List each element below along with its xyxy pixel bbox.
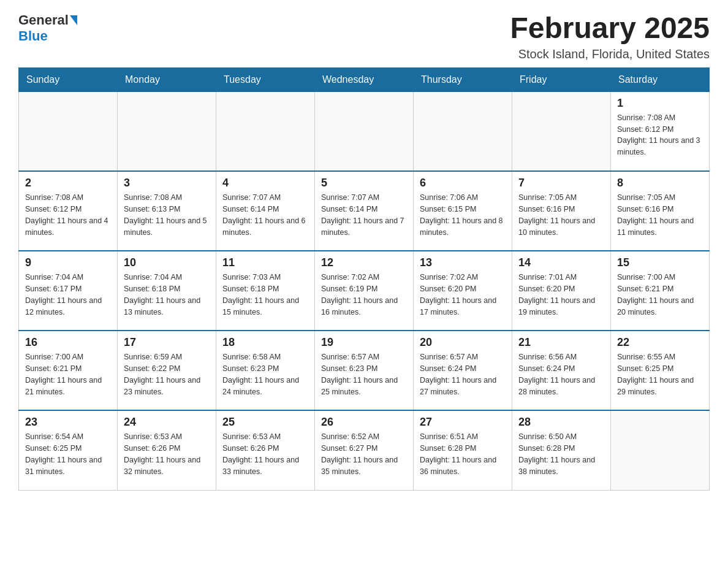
calendar-cell-w4-d4: 19Sunrise: 6:57 AMSunset: 6:23 PMDayligh…: [315, 331, 414, 410]
calendar-week-1: 1Sunrise: 7:08 AMSunset: 6:12 PMDaylight…: [19, 91, 710, 171]
day-info: Sunrise: 6:53 AMSunset: 6:26 PMDaylight:…: [124, 431, 210, 477]
day-number: 10: [124, 256, 210, 269]
day-number: 19: [321, 336, 407, 349]
calendar-cell-w5-d5: 27Sunrise: 6:51 AMSunset: 6:28 PMDayligh…: [414, 410, 512, 490]
calendar-header-row: Sunday Monday Tuesday Wednesday Thursday…: [19, 67, 710, 91]
day-info: Sunrise: 7:02 AMSunset: 6:19 PMDaylight:…: [321, 272, 407, 318]
calendar-cell-w1-d1: [19, 91, 118, 171]
day-number: 1: [617, 97, 703, 110]
col-monday: Monday: [118, 67, 216, 91]
calendar-cell-w2-d4: 5Sunrise: 7:07 AMSunset: 6:14 PMDaylight…: [315, 171, 414, 251]
day-number: 6: [420, 177, 506, 190]
day-number: 18: [222, 336, 308, 349]
day-info: Sunrise: 7:03 AMSunset: 6:18 PMDaylight:…: [222, 272, 308, 318]
day-number: 16: [25, 336, 111, 349]
calendar-cell-w3-d3: 11Sunrise: 7:03 AMSunset: 6:18 PMDayligh…: [216, 251, 315, 331]
day-number: 27: [420, 416, 506, 429]
calendar-week-2: 2Sunrise: 7:08 AMSunset: 6:12 PMDaylight…: [19, 171, 710, 251]
day-number: 24: [124, 416, 210, 429]
calendar-cell-w2-d7: 8Sunrise: 7:05 AMSunset: 6:16 PMDaylight…: [611, 171, 710, 251]
calendar-cell-w2-d3: 4Sunrise: 7:07 AMSunset: 6:14 PMDaylight…: [216, 171, 315, 251]
day-info: Sunrise: 6:51 AMSunset: 6:28 PMDaylight:…: [420, 431, 506, 477]
calendar-cell-w1-d5: [414, 91, 512, 171]
calendar-cell-w3-d4: 12Sunrise: 7:02 AMSunset: 6:19 PMDayligh…: [315, 251, 414, 331]
day-number: 2: [25, 177, 111, 190]
day-info: Sunrise: 7:08 AMSunset: 6:12 PMDaylight:…: [25, 192, 111, 238]
day-info: Sunrise: 7:07 AMSunset: 6:14 PMDaylight:…: [321, 192, 407, 238]
logo-blue-text: Blue: [18, 28, 48, 44]
calendar-table: Sunday Monday Tuesday Wednesday Thursday…: [18, 67, 710, 491]
day-number: 28: [518, 416, 604, 429]
day-info: Sunrise: 6:58 AMSunset: 6:23 PMDaylight:…: [222, 351, 308, 397]
col-friday: Friday: [512, 67, 611, 91]
day-number: 12: [321, 256, 407, 269]
calendar-cell-w1-d4: [315, 91, 414, 171]
day-number: 11: [222, 256, 308, 269]
day-number: 4: [222, 177, 308, 190]
day-number: 8: [617, 177, 703, 190]
page-header: General Blue February 2025 Stock Island,…: [18, 12, 710, 61]
day-info: Sunrise: 7:04 AMSunset: 6:17 PMDaylight:…: [25, 272, 111, 318]
calendar-cell-w5-d6: 28Sunrise: 6:50 AMSunset: 6:28 PMDayligh…: [512, 410, 611, 490]
calendar-cell-w5-d7: [611, 410, 710, 490]
day-number: 26: [321, 416, 407, 429]
day-number: 3: [124, 177, 210, 190]
calendar-cell-w5-d4: 26Sunrise: 6:52 AMSunset: 6:27 PMDayligh…: [315, 410, 414, 490]
calendar-week-5: 23Sunrise: 6:54 AMSunset: 6:25 PMDayligh…: [19, 410, 710, 490]
calendar-cell-w3-d5: 13Sunrise: 7:02 AMSunset: 6:20 PMDayligh…: [414, 251, 512, 331]
day-info: Sunrise: 6:59 AMSunset: 6:22 PMDaylight:…: [124, 351, 210, 397]
day-info: Sunrise: 6:55 AMSunset: 6:25 PMDaylight:…: [617, 351, 703, 397]
calendar-cell-w2-d6: 7Sunrise: 7:05 AMSunset: 6:16 PMDaylight…: [512, 171, 611, 251]
calendar-cell-w4-d5: 20Sunrise: 6:57 AMSunset: 6:24 PMDayligh…: [414, 331, 512, 410]
calendar-cell-w5-d1: 23Sunrise: 6:54 AMSunset: 6:25 PMDayligh…: [19, 410, 118, 490]
day-info: Sunrise: 7:05 AMSunset: 6:16 PMDaylight:…: [617, 192, 703, 238]
day-info: Sunrise: 6:57 AMSunset: 6:23 PMDaylight:…: [321, 351, 407, 397]
day-number: 25: [222, 416, 308, 429]
calendar-cell-w3-d7: 15Sunrise: 7:00 AMSunset: 6:21 PMDayligh…: [611, 251, 710, 331]
day-info: Sunrise: 7:08 AMSunset: 6:13 PMDaylight:…: [124, 192, 210, 238]
logo-general-text: General: [18, 12, 69, 28]
col-saturday: Saturday: [611, 67, 710, 91]
day-info: Sunrise: 7:01 AMSunset: 6:20 PMDaylight:…: [518, 272, 604, 318]
calendar-week-3: 9Sunrise: 7:04 AMSunset: 6:17 PMDaylight…: [19, 251, 710, 331]
calendar-cell-w2-d2: 3Sunrise: 7:08 AMSunset: 6:13 PMDaylight…: [118, 171, 216, 251]
col-wednesday: Wednesday: [315, 67, 414, 91]
day-info: Sunrise: 7:05 AMSunset: 6:16 PMDaylight:…: [518, 192, 604, 238]
location-subtitle: Stock Island, Florida, United States: [510, 47, 710, 61]
day-info: Sunrise: 6:50 AMSunset: 6:28 PMDaylight:…: [518, 431, 604, 477]
day-info: Sunrise: 6:52 AMSunset: 6:27 PMDaylight:…: [321, 431, 407, 477]
day-info: Sunrise: 7:00 AMSunset: 6:21 PMDaylight:…: [617, 272, 703, 318]
day-info: Sunrise: 6:54 AMSunset: 6:25 PMDaylight:…: [25, 431, 111, 477]
day-info: Sunrise: 6:57 AMSunset: 6:24 PMDaylight:…: [420, 351, 506, 397]
day-number: 22: [617, 336, 703, 349]
calendar-cell-w1-d3: [216, 91, 315, 171]
calendar-cell-w4-d3: 18Sunrise: 6:58 AMSunset: 6:23 PMDayligh…: [216, 331, 315, 410]
calendar-cell-w4-d6: 21Sunrise: 6:56 AMSunset: 6:24 PMDayligh…: [512, 331, 611, 410]
calendar-cell-w1-d7: 1Sunrise: 7:08 AMSunset: 6:12 PMDaylight…: [611, 91, 710, 171]
calendar-cell-w2-d1: 2Sunrise: 7:08 AMSunset: 6:12 PMDaylight…: [19, 171, 118, 251]
calendar-week-4: 16Sunrise: 7:00 AMSunset: 6:21 PMDayligh…: [19, 331, 710, 410]
col-thursday: Thursday: [414, 67, 512, 91]
month-year-title: February 2025: [510, 12, 710, 45]
title-section: February 2025 Stock Island, Florida, Uni…: [510, 12, 710, 61]
day-number: 9: [25, 256, 111, 269]
calendar-cell-w4-d1: 16Sunrise: 7:00 AMSunset: 6:21 PMDayligh…: [19, 331, 118, 410]
calendar-cell-w4-d2: 17Sunrise: 6:59 AMSunset: 6:22 PMDayligh…: [118, 331, 216, 410]
day-number: 13: [420, 256, 506, 269]
day-number: 5: [321, 177, 407, 190]
day-info: Sunrise: 7:02 AMSunset: 6:20 PMDaylight:…: [420, 272, 506, 318]
day-info: Sunrise: 6:53 AMSunset: 6:26 PMDaylight:…: [222, 431, 308, 477]
calendar-cell-w5-d2: 24Sunrise: 6:53 AMSunset: 6:26 PMDayligh…: [118, 410, 216, 490]
day-number: 17: [124, 336, 210, 349]
calendar-cell-w1-d2: [118, 91, 216, 171]
day-number: 14: [518, 256, 604, 269]
calendar-cell-w1-d6: [512, 91, 611, 171]
day-info: Sunrise: 6:56 AMSunset: 6:24 PMDaylight:…: [518, 351, 604, 397]
col-tuesday: Tuesday: [216, 67, 315, 91]
calendar-cell-w5-d3: 25Sunrise: 6:53 AMSunset: 6:26 PMDayligh…: [216, 410, 315, 490]
logo: General Blue: [18, 12, 78, 44]
day-number: 7: [518, 177, 604, 190]
day-info: Sunrise: 7:08 AMSunset: 6:12 PMDaylight:…: [617, 112, 703, 158]
day-number: 21: [518, 336, 604, 349]
col-sunday: Sunday: [19, 67, 118, 91]
